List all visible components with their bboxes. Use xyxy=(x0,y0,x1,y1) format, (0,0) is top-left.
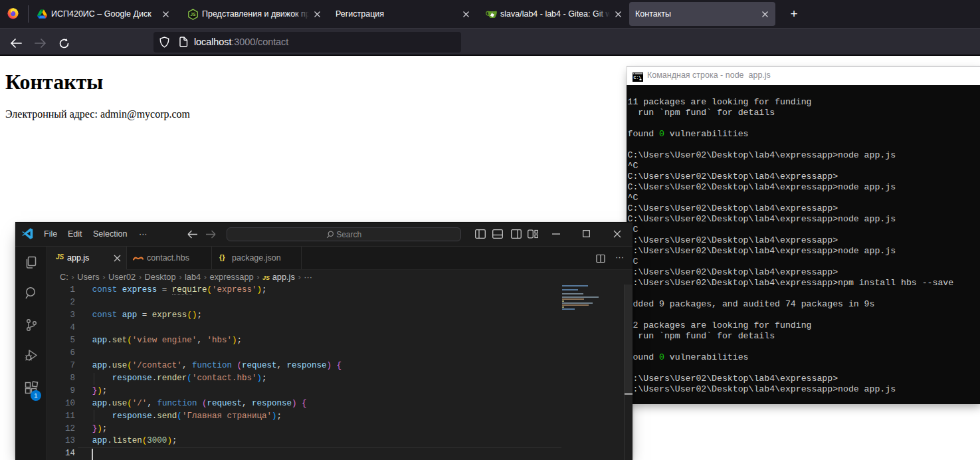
svg-text:JS: JS xyxy=(191,12,196,17)
